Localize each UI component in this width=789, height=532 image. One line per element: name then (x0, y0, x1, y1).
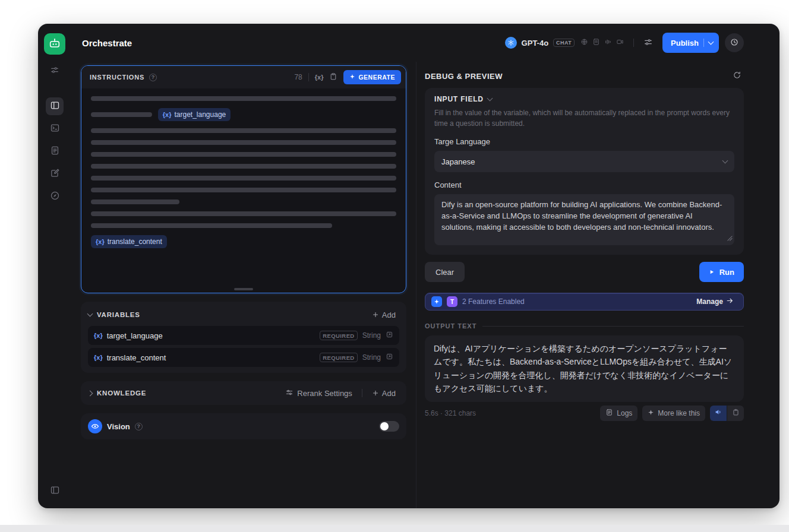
rerank-settings-button[interactable]: Rerank Settings (282, 388, 356, 399)
skeleton-line (91, 140, 396, 145)
more-like-this-label: More like this (658, 409, 700, 417)
audio-icon (604, 38, 612, 48)
chevron-down-icon (708, 39, 714, 45)
sidebar-item-explore[interactable] (46, 188, 64, 205)
logs-label: Logs (617, 409, 632, 417)
vision-panel: Vision (81, 413, 406, 439)
add-knowledge-button[interactable]: Add (368, 388, 399, 398)
content-field-wrap: Dify is an open-source platform for buil… (434, 194, 734, 245)
tune-icon (50, 65, 59, 77)
skeleton-line (91, 176, 396, 180)
input-field-header[interactable]: INPUT FIELD (434, 95, 734, 103)
generate-label: GENERATE (358, 74, 395, 81)
help-icon[interactable] (135, 423, 143, 430)
content-label: Content (434, 180, 734, 189)
variables-title: VARIABLES (97, 311, 140, 318)
logs-button[interactable]: Logs (600, 406, 637, 421)
add-variable-button[interactable]: Add (368, 310, 399, 320)
variable-meta: REQUIRED String (320, 331, 393, 340)
debug-column: DEBUG & PREVIEW INPUT FIELD F (416, 62, 779, 508)
chevron-down-icon (722, 158, 728, 164)
vision-toggle[interactable] (379, 421, 399, 432)
run-button[interactable]: Run (699, 262, 744, 282)
header-actions: GPT-4o CHAT (501, 33, 744, 53)
knowledge-title: KNOWLEDGE (97, 390, 146, 397)
history-button[interactable] (725, 33, 744, 52)
manage-label: Manage (696, 297, 723, 306)
add-knowledge-label: Add (382, 389, 396, 398)
refresh-button[interactable] (730, 68, 744, 84)
sidebar-item-orchestrate[interactable] (46, 97, 64, 115)
collapse-panel-icon (50, 485, 60, 497)
page-title: Orchestrate (82, 38, 132, 48)
open-variable-button[interactable] (386, 331, 393, 340)
language-select[interactable]: Japanese (434, 151, 734, 172)
sidebar-item-logs[interactable] (46, 142, 64, 160)
resize-handle[interactable] (234, 288, 253, 290)
clear-button[interactable]: Clear (425, 262, 465, 282)
output-footer: 5.6s · 321 chars Logs (425, 406, 744, 421)
sidebar-item-terminal[interactable] (46, 120, 64, 138)
input-field-title: INPUT FIELD (434, 95, 484, 103)
terminal-icon (50, 123, 60, 135)
prompt-editor[interactable]: {x} target_language (81, 88, 406, 293)
output-icon-group (710, 406, 744, 421)
speaker-button[interactable] (710, 406, 727, 421)
external-icon (386, 353, 393, 362)
app-logo[interactable] (44, 33, 65, 55)
publish-button[interactable]: Publish (662, 33, 719, 53)
model-name: GPT-4o (522, 39, 549, 48)
variable-chip[interactable]: {x} translate_content (91, 235, 167, 248)
content-textarea[interactable]: Dify is an open-source platform for buil… (434, 194, 734, 245)
model-capability-icons (580, 38, 624, 48)
edit-icon (50, 168, 60, 180)
resize-corner-icon[interactable] (727, 233, 733, 243)
insert-variable-button[interactable]: {x} (315, 74, 324, 81)
publish-label: Publish (671, 39, 699, 48)
model-mode-badge: CHAT (553, 39, 575, 47)
more-like-this-button[interactable]: More like this (642, 406, 705, 421)
input-field-description: Fill in the value of the variable, which… (434, 107, 734, 129)
sidebar-nav (46, 97, 64, 205)
debug-actions: Clear Run (425, 262, 744, 282)
copy-icon (329, 72, 337, 83)
collapse-sidebar-button[interactable] (46, 482, 64, 500)
knowledge-actions: Rerank Settings Add (282, 388, 399, 399)
variable-chip[interactable]: {x} target_language (158, 108, 231, 121)
open-variable-button[interactable] (386, 353, 393, 362)
prompt-line: {x} target_language (91, 108, 396, 121)
copy-prompt-button[interactable] (329, 72, 337, 83)
preferences-button[interactable] (46, 62, 64, 80)
features-bar[interactable]: 2 Features Enabled Manage (425, 293, 744, 311)
openai-icon (505, 37, 517, 49)
copy-output-button[interactable] (727, 406, 744, 421)
variable-x-icon: {x} (94, 332, 103, 339)
knowledge-panel[interactable]: KNOWLEDGE Rerank Settings (81, 381, 406, 405)
app-window: Orchestrate GPT-4o CHAT (38, 24, 779, 508)
skeleton-line (91, 164, 396, 169)
variables-header[interactable]: VARIABLES Add (88, 306, 399, 323)
feature-tts-icon (447, 296, 457, 307)
variable-x-icon: {x} (163, 111, 172, 118)
prompt-line: {x} translate_content (91, 235, 396, 248)
instructions-title: INSTRUCTIONS (90, 74, 144, 81)
toolbar-divider (308, 73, 309, 81)
help-icon[interactable] (149, 74, 157, 81)
sidebar-item-annotation[interactable] (46, 165, 64, 183)
variable-row[interactable]: {x} translate_content REQUIRED String (88, 348, 399, 367)
chevron-right-icon (87, 390, 93, 396)
vision-label: Vision (107, 422, 130, 431)
model-selector[interactable]: GPT-4o CHAT (501, 34, 627, 52)
screen-bottom-strip (0, 525, 789, 532)
variable-row[interactable]: {x} target_language REQUIRED String (88, 326, 399, 345)
manage-features-button[interactable]: Manage (693, 296, 737, 307)
video-icon (616, 38, 624, 48)
header: Orchestrate GPT-4o CHAT (71, 24, 779, 62)
logs-icon (605, 408, 613, 418)
output-label-row: OUTPUT TEXT (425, 322, 744, 330)
variable-meta: REQUIRED String (320, 353, 393, 362)
model-parameters-button[interactable] (640, 34, 657, 51)
generate-button[interactable]: GENERATE (343, 70, 401, 84)
toggle-knob (380, 422, 389, 430)
plus-icon (372, 311, 379, 318)
